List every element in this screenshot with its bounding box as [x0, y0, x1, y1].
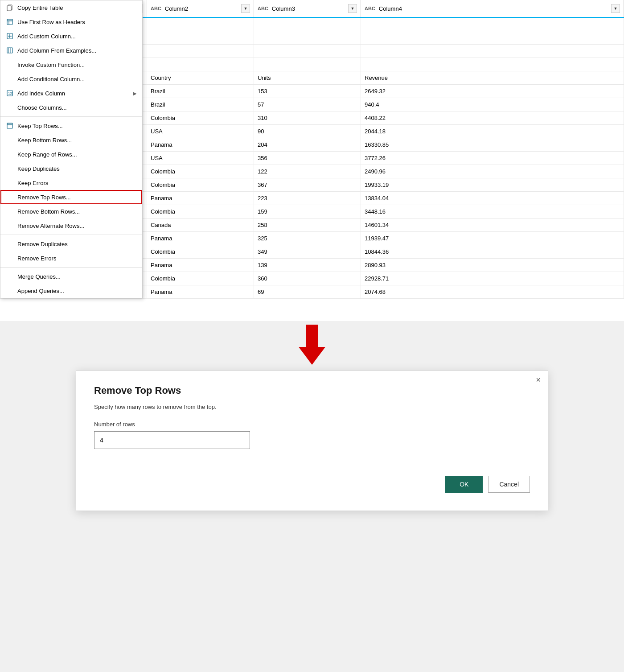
- menu-item-keep-duplicates[interactable]: Keep Duplicates: [0, 161, 142, 176]
- empty-icon: [6, 165, 14, 173]
- remove-top-rows-dialog: × Remove Top Rows Specify how many rows …: [76, 370, 548, 511]
- empty-icon: [6, 179, 14, 187]
- empty-icon: [6, 272, 14, 280]
- cell-col3: 122: [254, 165, 361, 178]
- cell-col3: 360: [254, 272, 361, 285]
- cell-col4: 2490.96: [361, 165, 624, 178]
- cell-col4: 22928.71: [361, 272, 624, 285]
- cell-col4: 2890.93: [361, 259, 624, 272]
- menu-label: Remove Errors: [17, 255, 137, 262]
- menu-item-add-custom-col[interactable]: Add Custom Column...: [0, 29, 142, 43]
- menu-item-keep-errors[interactable]: Keep Errors: [0, 176, 142, 190]
- cell-col3: [254, 18, 361, 31]
- cell-col4: 14601.34: [361, 219, 624, 231]
- menu-label: Remove Bottom Rows...: [17, 208, 137, 215]
- menu-item-keep-top-rows[interactable]: Keep Top Rows...: [0, 119, 142, 133]
- col-header-4: ABC Column4 ▼: [361, 0, 624, 17]
- copy-icon: [6, 4, 14, 12]
- col4-type: ABC: [365, 6, 375, 11]
- svg-rect-9: [7, 48, 12, 53]
- cell-col4: 13834.04: [361, 192, 624, 205]
- menu-item-remove-top-rows[interactable]: Remove Top Rows...: [0, 190, 142, 204]
- cell-col2: Colombia: [147, 178, 254, 191]
- col3-dropdown[interactable]: ▼: [348, 4, 357, 13]
- menu-label: Add Conditional Column...: [17, 76, 137, 82]
- svg-rect-16: [7, 123, 12, 125]
- cell-col2: USA: [147, 125, 254, 138]
- empty-icon: [6, 222, 14, 230]
- cell-col4: [361, 31, 624, 44]
- cell-col2: Country: [147, 71, 254, 84]
- menu-label: Keep Duplicates: [17, 165, 137, 172]
- menu-item-remove-bottom-rows[interactable]: Remove Bottom Rows...: [0, 204, 142, 219]
- cell-col2: [147, 31, 254, 44]
- cell-col3: 90: [254, 125, 361, 138]
- menu-item-invoke-custom-fn[interactable]: Invoke Custom Function...: [0, 58, 142, 72]
- cell-col4: [361, 18, 624, 31]
- cell-col4: Revenue: [361, 71, 624, 84]
- menu-item-choose-cols[interactable]: Choose Columns...: [0, 100, 142, 115]
- menu-item-append-queries[interactable]: Append Queries...: [0, 284, 142, 298]
- menu-item-keep-range-rows[interactable]: Keep Range of Rows...: [0, 147, 142, 161]
- svg-rect-1: [7, 6, 11, 11]
- context-menu: Copy Entire TableUse First Row as Header…: [0, 0, 143, 298]
- col-header-2: ABC Column2 ▼: [147, 0, 254, 17]
- menu-item-copy-table[interactable]: Copy Entire Table: [0, 0, 142, 15]
- menu-item-add-col-examples[interactable]: Add Column From Examples...: [0, 43, 142, 58]
- cell-col2: USA: [147, 152, 254, 165]
- menu-label: Choose Columns...: [17, 104, 137, 111]
- cell-col2: Panama: [147, 259, 254, 272]
- cell-col4: 940.4: [361, 98, 624, 111]
- empty-icon: [6, 240, 14, 248]
- cell-col3: 356: [254, 152, 361, 165]
- empty-icon: [6, 150, 14, 158]
- col2-type: ABC: [151, 6, 161, 11]
- menu-item-merge-queries[interactable]: Merge Queries...: [0, 269, 142, 284]
- cell-col4: 10844.36: [361, 245, 624, 258]
- col4-dropdown[interactable]: ▼: [611, 4, 620, 13]
- cancel-button[interactable]: Cancel: [488, 476, 530, 493]
- dialog-description: Specify how many rows to remove from the…: [94, 404, 530, 410]
- menu-label: Add Index Column: [17, 90, 130, 97]
- cell-col2: Colombia: [147, 272, 254, 285]
- empty-icon: [6, 61, 14, 69]
- dialog-title: Remove Top Rows: [94, 385, 530, 396]
- cell-col3: 153: [254, 85, 361, 98]
- cell-col3: [254, 31, 361, 44]
- table-icon: [6, 18, 14, 26]
- menu-label: Keep Errors: [17, 180, 137, 186]
- menu-label: Copy Entire Table: [17, 4, 137, 11]
- cell-col3: 139: [254, 259, 361, 272]
- menu-item-remove-errors[interactable]: Remove Errors: [0, 251, 142, 265]
- menu-separator: [0, 267, 142, 268]
- empty-icon: [6, 207, 14, 215]
- menu-label: Add Custom Column...: [17, 33, 137, 40]
- arrow-head: [299, 347, 325, 365]
- cell-col3: 325: [254, 232, 361, 245]
- empty-icon: [6, 103, 14, 111]
- menu-item-keep-bottom-rows[interactable]: Keep Bottom Rows...: [0, 133, 142, 147]
- col2-dropdown[interactable]: ▼: [241, 4, 250, 13]
- menu-item-use-first-row[interactable]: Use First Row as Headers: [0, 15, 142, 29]
- dialog-buttons: OK Cancel: [94, 476, 530, 493]
- number-of-rows-input[interactable]: [94, 431, 250, 449]
- arrow-indicator: [299, 325, 325, 365]
- dialog-overlay: × Remove Top Rows Specify how many rows …: [0, 366, 624, 672]
- cell-col2: [147, 45, 254, 58]
- dialog-close-button[interactable]: ×: [536, 376, 541, 384]
- ok-button[interactable]: OK: [445, 476, 483, 493]
- empty-icon: [6, 254, 14, 262]
- cell-col3: [254, 58, 361, 71]
- menu-item-remove-alternate-rows[interactable]: Remove Alternate Rows...: [0, 219, 142, 233]
- menu-label: Remove Alternate Rows...: [17, 223, 137, 229]
- menu-separator: [0, 235, 142, 235]
- cell-col3: 349: [254, 245, 361, 258]
- cell-col2: Panama: [147, 232, 254, 245]
- empty-icon: [6, 193, 14, 201]
- menu-label: Use First Row as Headers: [17, 19, 137, 25]
- menu-label: Remove Top Rows...: [17, 194, 137, 201]
- menu-item-add-conditional-col[interactable]: Add Conditional Column...: [0, 72, 142, 86]
- menu-item-add-index-col[interactable]: 123Add Index Column▶: [0, 86, 142, 100]
- cell-col3: 204: [254, 138, 361, 151]
- menu-item-remove-duplicates[interactable]: Remove Duplicates: [0, 237, 142, 251]
